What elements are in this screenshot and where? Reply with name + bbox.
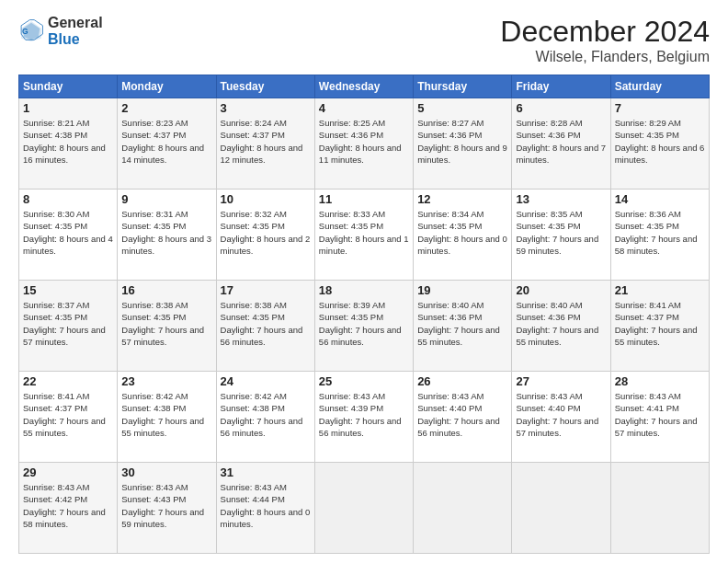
cell-info: Sunrise: 8:42 AM Sunset: 4:38 PM Dayligh… — [221, 390, 311, 439]
day-number: 23 — [121, 374, 211, 388]
calendar-cell: 16 Sunrise: 8:38 AM Sunset: 4:35 PM Dayl… — [118, 281, 216, 372]
sunrise-text: Sunrise: 8:23 AM — [121, 118, 188, 128]
cell-info: Sunrise: 8:24 AM Sunset: 4:37 PM Dayligh… — [221, 117, 311, 166]
daylight-text: Daylight: 8 hours and 0 minutes. — [221, 507, 311, 529]
calendar-cell: 9 Sunrise: 8:31 AM Sunset: 4:35 PM Dayli… — [118, 190, 216, 281]
page: G General Blue December 2024 Wilsele, Fl… — [0, 0, 728, 563]
sunrise-text: Sunrise: 8:43 AM — [23, 482, 89, 492]
sunset-text: Sunset: 4:35 PM — [221, 221, 285, 231]
sunset-text: Sunset: 4:41 PM — [615, 403, 679, 413]
daylight-text: Daylight: 7 hours and 59 minutes. — [516, 234, 598, 256]
sunrise-text: Sunrise: 8:24 AM — [221, 118, 287, 128]
cell-info: Sunrise: 8:31 AM Sunset: 4:35 PM Dayligh… — [121, 208, 211, 257]
sunrise-text: Sunrise: 8:27 AM — [417, 118, 483, 128]
calendar-cell: 24 Sunrise: 8:42 AM Sunset: 4:38 PM Dayl… — [216, 372, 314, 463]
title-block: December 2024 Wilsele, Flanders, Belgium — [500, 15, 710, 65]
day-number: 1 — [23, 101, 113, 115]
cell-info: Sunrise: 8:34 AM Sunset: 4:35 PM Dayligh… — [417, 208, 507, 257]
calendar-cell: 14 Sunrise: 8:36 AM Sunset: 4:35 PM Dayl… — [610, 190, 709, 281]
sunset-text: Sunset: 4:35 PM — [516, 221, 580, 231]
sunrise-text: Sunrise: 8:43 AM — [121, 482, 188, 492]
daylight-text: Daylight: 7 hours and 55 minutes. — [516, 325, 598, 347]
daylight-text: Daylight: 8 hours and 7 minutes. — [516, 143, 606, 165]
calendar-cell: 20 Sunrise: 8:40 AM Sunset: 4:36 PM Dayl… — [512, 281, 610, 372]
calendar-cell — [314, 463, 413, 554]
cell-info: Sunrise: 8:43 AM Sunset: 4:42 PM Dayligh… — [23, 481, 113, 530]
sunrise-text: Sunrise: 8:29 AM — [615, 118, 681, 128]
cell-info: Sunrise: 8:43 AM Sunset: 4:40 PM Dayligh… — [417, 390, 507, 439]
daylight-text: Daylight: 8 hours and 9 minutes. — [417, 143, 507, 165]
day-number: 6 — [516, 101, 606, 115]
daylight-text: Daylight: 7 hours and 55 minutes. — [615, 325, 698, 347]
day-number: 20 — [516, 283, 606, 297]
logo-text: General Blue — [48, 15, 103, 47]
calendar-week-1: 1 Sunrise: 8:21 AM Sunset: 4:38 PM Dayli… — [19, 98, 710, 190]
cell-info: Sunrise: 8:41 AM Sunset: 4:37 PM Dayligh… — [23, 390, 113, 439]
calendar-cell: 4 Sunrise: 8:25 AM Sunset: 4:36 PM Dayli… — [314, 98, 413, 190]
cell-info: Sunrise: 8:40 AM Sunset: 4:36 PM Dayligh… — [516, 299, 606, 348]
sunrise-text: Sunrise: 8:43 AM — [615, 391, 681, 401]
day-number: 21 — [615, 283, 705, 297]
calendar-cell: 1 Sunrise: 8:21 AM Sunset: 4:38 PM Dayli… — [19, 98, 118, 190]
day-number: 22 — [23, 374, 113, 388]
sunset-text: Sunset: 4:35 PM — [319, 312, 383, 322]
daylight-text: Daylight: 8 hours and 4 minutes. — [23, 234, 113, 256]
daylight-text: Daylight: 7 hours and 55 minutes. — [417, 325, 500, 347]
daylight-text: Daylight: 7 hours and 55 minutes. — [121, 416, 204, 438]
sunset-text: Sunset: 4:43 PM — [121, 494, 186, 504]
day-number: 11 — [319, 192, 409, 206]
sunset-text: Sunset: 4:40 PM — [516, 403, 580, 413]
sunrise-text: Sunrise: 8:43 AM — [516, 391, 582, 401]
calendar-cell: 22 Sunrise: 8:41 AM Sunset: 4:37 PM Dayl… — [19, 372, 118, 463]
day-number: 25 — [319, 374, 409, 388]
day-number: 8 — [23, 192, 113, 206]
daylight-text: Daylight: 7 hours and 56 minutes. — [319, 325, 402, 347]
sunrise-text: Sunrise: 8:37 AM — [23, 300, 89, 310]
sunrise-text: Sunrise: 8:32 AM — [221, 209, 287, 219]
cell-info: Sunrise: 8:43 AM Sunset: 4:41 PM Dayligh… — [615, 390, 705, 439]
sunrise-text: Sunrise: 8:21 AM — [23, 118, 89, 128]
calendar-cell: 12 Sunrise: 8:34 AM Sunset: 4:35 PM Dayl… — [414, 190, 512, 281]
day-number: 24 — [221, 374, 311, 388]
header-day-thursday: Thursday — [414, 75, 512, 98]
logo-general-text: General — [48, 15, 103, 31]
daylight-text: Daylight: 7 hours and 56 minutes. — [221, 325, 303, 347]
sunset-text: Sunset: 4:35 PM — [615, 221, 679, 231]
sunrise-text: Sunrise: 8:28 AM — [516, 118, 582, 128]
header: G General Blue December 2024 Wilsele, Fl… — [18, 15, 710, 65]
sunrise-text: Sunrise: 8:33 AM — [319, 209, 385, 219]
sunset-text: Sunset: 4:37 PM — [23, 403, 87, 413]
calendar-cell: 29 Sunrise: 8:43 AM Sunset: 4:42 PM Dayl… — [19, 463, 118, 554]
cell-info: Sunrise: 8:43 AM Sunset: 4:43 PM Dayligh… — [121, 481, 211, 530]
daylight-text: Daylight: 8 hours and 14 minutes. — [121, 143, 204, 165]
sunset-text: Sunset: 4:36 PM — [417, 312, 482, 322]
cell-info: Sunrise: 8:38 AM Sunset: 4:35 PM Dayligh… — [221, 299, 311, 348]
calendar-cell: 11 Sunrise: 8:33 AM Sunset: 4:35 PM Dayl… — [314, 190, 413, 281]
calendar-cell: 5 Sunrise: 8:27 AM Sunset: 4:36 PM Dayli… — [414, 98, 512, 190]
day-number: 26 — [417, 374, 507, 388]
calendar-cell: 25 Sunrise: 8:43 AM Sunset: 4:39 PM Dayl… — [314, 372, 413, 463]
daylight-text: Daylight: 7 hours and 56 minutes. — [221, 416, 303, 438]
calendar-cell — [414, 463, 512, 554]
day-number: 30 — [121, 465, 211, 479]
day-number: 17 — [221, 283, 311, 297]
day-number: 12 — [417, 192, 507, 206]
daylight-text: Daylight: 8 hours and 2 minutes. — [221, 234, 311, 256]
day-number: 13 — [516, 192, 606, 206]
sunset-text: Sunset: 4:40 PM — [417, 403, 482, 413]
daylight-text: Daylight: 8 hours and 16 minutes. — [23, 143, 106, 165]
sunrise-text: Sunrise: 8:41 AM — [23, 391, 89, 401]
day-number: 3 — [221, 101, 311, 115]
sunrise-text: Sunrise: 8:30 AM — [23, 209, 89, 219]
cell-info: Sunrise: 8:28 AM Sunset: 4:36 PM Dayligh… — [516, 117, 606, 166]
calendar-cell: 15 Sunrise: 8:37 AM Sunset: 4:35 PM Dayl… — [19, 281, 118, 372]
sunset-text: Sunset: 4:35 PM — [121, 312, 186, 322]
daylight-text: Daylight: 8 hours and 1 minute. — [319, 234, 409, 256]
header-row: SundayMondayTuesdayWednesdayThursdayFrid… — [19, 75, 710, 98]
sunset-text: Sunset: 4:44 PM — [221, 494, 285, 504]
sunrise-text: Sunrise: 8:38 AM — [121, 300, 188, 310]
sunset-text: Sunset: 4:37 PM — [221, 130, 285, 140]
cell-info: Sunrise: 8:23 AM Sunset: 4:37 PM Dayligh… — [121, 117, 211, 166]
cell-info: Sunrise: 8:27 AM Sunset: 4:36 PM Dayligh… — [417, 117, 507, 166]
day-number: 28 — [615, 374, 705, 388]
